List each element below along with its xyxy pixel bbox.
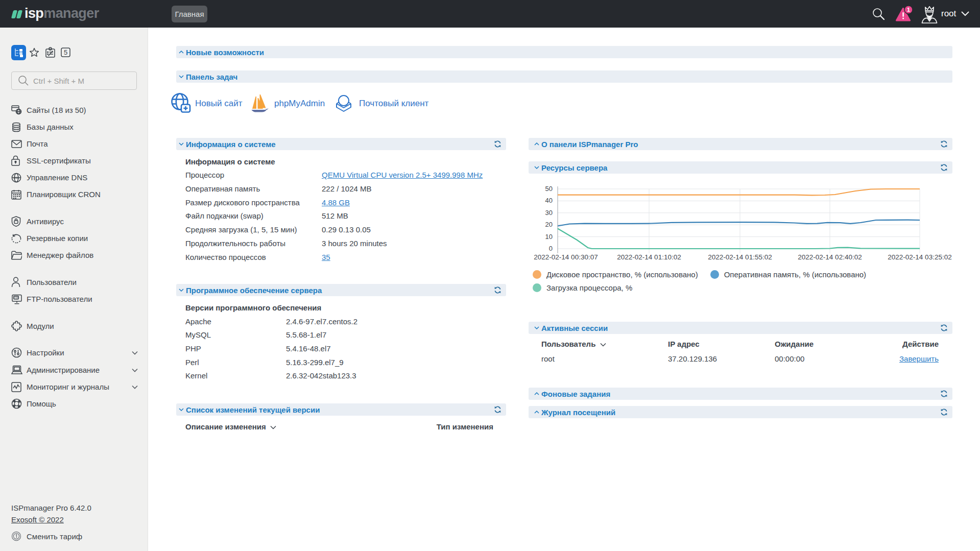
svg-text:30: 30 (545, 209, 553, 217)
svg-text:10: 10 (545, 233, 553, 241)
svg-text:2022-02-14 01:55:02: 2022-02-14 01:55:02 (708, 253, 772, 261)
svg-text:2022-02-14 02:40:02: 2022-02-14 02:40:02 (798, 253, 862, 261)
svg-text:20: 20 (545, 221, 553, 228)
svg-text:0: 0 (549, 245, 553, 252)
svg-text:2022-02-14 01:10:02: 2022-02-14 01:10:02 (617, 253, 681, 261)
svg-text:40: 40 (545, 197, 553, 204)
svg-text:FTP: FTP (14, 296, 18, 299)
svg-text:1: 1 (907, 7, 911, 13)
svg-text:2022-02-14 03:25:02: 2022-02-14 03:25:02 (888, 253, 951, 261)
svg-text:50: 50 (545, 185, 553, 193)
svg-text:5: 5 (64, 49, 67, 56)
svg-text:2022-02-14 00:30:07: 2022-02-14 00:30:07 (534, 253, 597, 261)
svg-text:DNS: DNS (14, 177, 19, 179)
